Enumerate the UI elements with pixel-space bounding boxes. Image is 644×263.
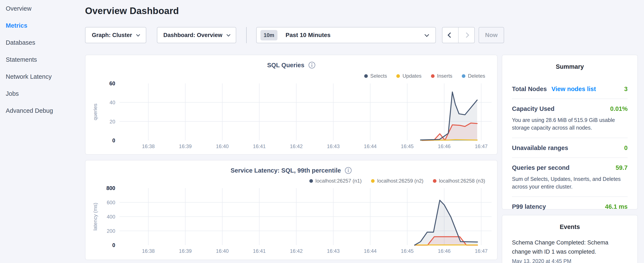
summary-row-label: P99 latency [512,203,546,210]
summary-row-p99-latency: P99 latency 46.1 ms [512,197,628,216]
service-latency-chart-card: Service Latency: SQL, 99th percentile lo… [85,160,498,260]
svg-text:latency (ms): latency (ms) [92,203,98,231]
svg-text:600: 600 [107,200,115,205]
sql-queries-chart-card: SQL Queries SelectsUpdatesInsertsDeletes… [85,55,498,155]
svg-text:16:39: 16:39 [179,143,192,149]
svg-text:16:43: 16:43 [327,143,340,149]
summary-row-unavailable-ranges: Unavailable ranges 0 [512,138,628,158]
sidebar-item-metrics[interactable]: Metrics [0,17,85,34]
summary-row-value: 46.1 ms [605,203,628,210]
time-range-dropdown[interactable]: 10m Past 10 Minutes [256,27,436,43]
summary-row-label: Total Nodes [512,86,547,93]
summary-row-value: 0.01% [610,105,628,112]
summary-row-total-nodes: Total Nodes View nodes list 3 [512,79,628,99]
chevron-right-icon [464,32,469,38]
summary-row-description: Sum of Selects, Updates, Inserts, and De… [512,175,628,191]
svg-text:16:44: 16:44 [364,143,376,149]
svg-text:16:40: 16:40 [216,143,229,149]
sidebar-item-network-latency[interactable]: Network Latency [0,68,85,85]
svg-text:16:45: 16:45 [401,248,414,254]
svg-text:16:45: 16:45 [401,143,414,149]
svg-text:queries: queries [92,104,98,120]
toolbar: Graph: Cluster Dashboard: Overview 10m P… [85,27,504,43]
time-range-label: Past 10 Minutes [286,32,330,39]
svg-text:16:46: 16:46 [438,143,450,149]
time-range-badge: 10m [260,30,278,41]
svg-text:16:44: 16:44 [364,248,376,254]
svg-text:0: 0 [112,137,115,143]
graph-dropdown[interactable]: Graph: Cluster [85,27,146,43]
sidebar-item-overview[interactable]: Overview [0,0,85,17]
graph-dropdown-label: Graph: Cluster [92,32,132,39]
sidebar-item-databases[interactable]: Databases [0,34,85,51]
sidebar-item-advanced-debug[interactable]: Advanced Debug [0,102,85,119]
event-timestamp: May 13, 2020 at 4:45 PM [512,258,628,263]
svg-text:16:42: 16:42 [290,248,302,254]
svg-text:20: 20 [110,119,115,124]
event-message: Schema Change Completed: Schema change w… [512,238,612,256]
chevron-left-icon [448,32,453,38]
dashboard-dropdown-label: Dashboard: Overview [163,32,222,39]
events-panel: Events Schema Change Completed: Schema c… [502,215,638,263]
summary-row-capacity-used: Capacity Used 0.01% You are using 28.6 M… [512,99,628,138]
chevron-down-icon [424,32,429,37]
svg-text:16:38: 16:38 [142,248,155,254]
svg-text:16:38: 16:38 [142,143,155,149]
summary-row-label: Capacity Used [512,105,554,112]
main-content: Overview Dashboard Graph: Cluster Dashbo… [85,0,507,16]
summary-panel: Summary Total Nodes View nodes list 3 Ca… [502,55,638,210]
page-title: Overview Dashboard [85,6,507,16]
summary-row-label: Unavailable ranges [512,144,568,151]
svg-text:16:43: 16:43 [327,248,340,254]
svg-text:16:39: 16:39 [179,248,192,254]
dashboard-dropdown[interactable]: Dashboard: Overview [157,27,236,43]
summary-row-description: You are using 28.6 MiB of 515.9 GiB usab… [512,116,628,132]
chevron-down-icon [136,33,140,36]
svg-text:800: 800 [106,185,115,191]
summary-row-label: Queries per second [512,164,570,171]
summary-title: Summary [512,63,628,70]
time-stepper [442,27,475,43]
time-next-button[interactable] [458,28,474,43]
now-button[interactable]: Now [478,27,504,43]
time-prev-button[interactable] [442,28,458,43]
chart-plot-area[interactable]: 16:3816:3916:4016:4116:4216:4316:4416:45… [86,55,498,155]
sidebar-item-jobs[interactable]: Jobs [0,85,85,102]
svg-text:16:46: 16:46 [438,248,450,254]
svg-text:16:47: 16:47 [475,143,488,149]
sidebar: Overview Metrics Databases Statements Ne… [0,0,85,263]
svg-text:16:42: 16:42 [290,143,302,149]
svg-text:16:47: 16:47 [475,248,488,254]
toolbar-divider [246,27,247,43]
events-title: Events [512,223,628,230]
summary-row-value: 0 [624,144,628,151]
chevron-down-icon [226,33,230,36]
svg-text:16:41: 16:41 [253,143,266,149]
summary-row-value: 3 [624,86,628,93]
svg-text:400: 400 [107,214,115,220]
summary-row-value: 59.7 [616,164,628,171]
svg-text:16:41: 16:41 [253,248,266,254]
svg-text:200: 200 [107,228,115,234]
chart-plot-area[interactable]: 16:3816:3916:4016:4116:4216:4316:4416:45… [86,160,498,260]
sidebar-item-statements[interactable]: Statements [0,51,85,68]
svg-text:60: 60 [109,80,115,86]
svg-text:40: 40 [110,100,115,105]
summary-row-queries-per-second: Queries per second 59.7 Sum of Selects, … [512,158,628,197]
view-nodes-list-link[interactable]: View nodes list [552,86,596,93]
svg-text:0: 0 [112,242,115,248]
svg-text:16:40: 16:40 [216,248,229,254]
